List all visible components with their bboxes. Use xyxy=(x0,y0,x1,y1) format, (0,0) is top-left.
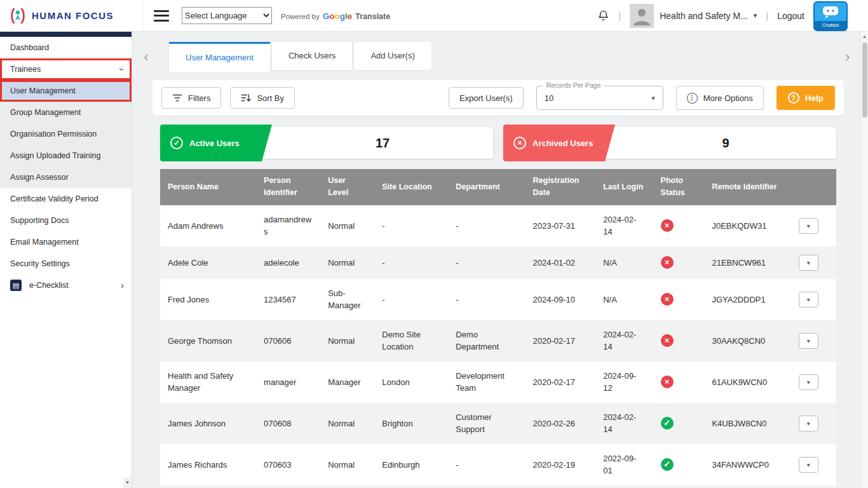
table-row: James Smith070607Sub-ManagerBrightonCust… xyxy=(160,485,836,488)
row-actions-button[interactable]: ▾ xyxy=(799,333,818,349)
person-name-cell: Fred Jones xyxy=(160,279,256,320)
sidebar-item-organisation-permission[interactable]: Organisation Permission xyxy=(0,123,132,145)
sidebar-item-e-checklist[interactable]: ▤e-Checklist› xyxy=(0,274,132,296)
registration-date-cell: 2023-07-31 xyxy=(526,205,596,247)
row-actions-cell: ▾ xyxy=(791,403,836,444)
sidebar-item-label: Dashboard xyxy=(10,43,49,52)
department-cell: Customer Support xyxy=(448,485,525,488)
remote-identifier-cell: 34FANWWCP0 xyxy=(704,444,790,485)
sort-icon xyxy=(241,93,251,102)
column-header-department: Department xyxy=(448,169,525,205)
photo-status-active-icon: ✓ xyxy=(661,417,674,430)
sidebar-item-group-management[interactable]: Group Management xyxy=(0,102,132,123)
google-translate-attribution: Powered by Google Translate xyxy=(281,10,390,22)
chevron-down-icon: ▾ xyxy=(754,11,757,20)
sidebar-item-label: Supporting Docs xyxy=(10,216,69,225)
row-actions-button[interactable]: ▾ xyxy=(799,457,818,473)
row-actions-button[interactable]: ▾ xyxy=(799,218,818,234)
tabs-scroll-right-icon[interactable]: › xyxy=(839,49,857,65)
sidebar-sub-menu: DashboardTrainees›User ManagementGroup M… xyxy=(0,37,132,296)
department-cell: - xyxy=(448,247,525,279)
notifications-bell-icon[interactable] xyxy=(597,9,609,22)
photo-status-cell: × xyxy=(653,247,705,279)
help-button[interactable]: ? Help xyxy=(776,86,835,110)
site-location-cell: - xyxy=(374,247,448,279)
tab-add-user-s[interactable]: Add User(s) xyxy=(354,42,431,70)
last-login-cell: 2022-09-06 xyxy=(595,485,653,488)
remote-identifier-cell: 30AAKQ8CN0 xyxy=(704,320,790,362)
last-login-cell: 2024-02-14 xyxy=(595,403,653,444)
sidebar-item-certificate-validity-period[interactable]: Certificate Validity Period xyxy=(0,188,132,210)
table-header-row: Person NamePerson IdentifierUser LevelSi… xyxy=(160,169,836,205)
brand-logo[interactable]: HUMAN FOCUS xyxy=(0,0,144,31)
photo-status-cell: × xyxy=(653,320,705,362)
table-row: Adam AndrewsadamandrewsNormal--2023-07-3… xyxy=(160,205,836,247)
tabs-scroll-left-icon[interactable]: ‹ xyxy=(137,49,155,65)
user-level-cell: Manager xyxy=(320,362,374,403)
sidebar-item-label: User Management xyxy=(10,86,76,95)
archived-users-label: Archived Users xyxy=(532,139,593,148)
export-users-button[interactable]: Export User(s) xyxy=(449,87,524,109)
remote-identifier-cell: J0EBKQDW31 xyxy=(704,205,790,247)
row-actions-button[interactable]: ▾ xyxy=(799,374,818,390)
tab-user-management[interactable]: User Management xyxy=(169,42,270,72)
records-per-page-value: 10 xyxy=(545,93,553,103)
logout-button[interactable]: Logout xyxy=(777,11,804,21)
department-cell: - xyxy=(448,444,525,485)
sidebar: ⌂Home◉My Dashboard☻e-Learning☻My Results… xyxy=(0,32,132,488)
active-users-label: Active Users xyxy=(189,139,240,148)
photo-status-cell: × xyxy=(653,205,705,247)
sidebar-main-menu: ⌂Home◉My Dashboard☻e-Learning☻My Results… xyxy=(0,32,132,37)
active-users-count: 17 xyxy=(272,127,493,159)
site-location-cell: - xyxy=(374,205,448,247)
e-checklist-icon: ▤ xyxy=(10,280,22,291)
x-circle-icon: × xyxy=(513,137,526,149)
sidebar-item-label: Organisation Permission xyxy=(10,130,97,139)
sidebar-item-assign-uploaded-training[interactable]: Assign Uploaded Training xyxy=(0,145,132,166)
sidebar-item-assign-assessor[interactable]: Assign Assessor xyxy=(0,166,132,188)
sidebar-item-dashboard[interactable]: Dashboard xyxy=(0,37,132,58)
filters-button[interactable]: Filters xyxy=(161,87,221,109)
language-select[interactable]: Select Language xyxy=(182,7,272,24)
records-per-page-select[interactable]: Records Per Page 10 ▾ xyxy=(536,86,663,110)
more-options-button[interactable]: ⋮ More Options xyxy=(676,86,764,110)
sidebar-item-user-management[interactable]: User Management xyxy=(0,80,132,102)
more-options-icon: ⋮ xyxy=(687,93,698,104)
chat-icon xyxy=(822,3,839,21)
registration-date-cell: 2020-02-17 xyxy=(526,362,596,403)
site-location-cell: Brighton xyxy=(374,403,448,444)
chevron-down-icon: ▾ xyxy=(651,94,655,102)
row-actions-button[interactable]: ▾ xyxy=(799,255,818,271)
registration-date-cell: 2020-02-26 xyxy=(526,403,596,444)
row-actions-cell: ▾ xyxy=(791,279,836,320)
site-location-cell: Brighton xyxy=(374,485,448,488)
scroll-up-icon[interactable]: ▲ xyxy=(861,32,868,41)
active-users-card[interactable]: ✓ Active Users 17 xyxy=(160,127,493,159)
sidebar-item-email-management[interactable]: Email Management xyxy=(0,231,132,253)
row-actions-button[interactable]: ▾ xyxy=(799,292,818,308)
page-scrollbar[interactable]: ▲ xyxy=(860,32,868,488)
account-name: Health and Safety M... xyxy=(660,11,748,21)
account-menu[interactable]: Health and Safety M... ▾ xyxy=(630,4,757,28)
site-location-cell: Demo Site Location xyxy=(374,320,448,362)
person-name-cell: James Richards xyxy=(160,444,256,485)
user-level-cell: Normal xyxy=(320,403,374,444)
translate-label: Translate xyxy=(355,12,390,21)
archived-users-card[interactable]: × Archived Users 9 xyxy=(503,127,836,159)
tab-check-users[interactable]: Check Users xyxy=(272,42,352,70)
sidebar-item-security-settings[interactable]: Security Settings xyxy=(0,253,132,274)
sidebar-item-supporting-docs[interactable]: Supporting Docs xyxy=(0,210,132,231)
sidebar-item-label: Assign Assessor xyxy=(10,173,69,182)
menu-toggle-icon[interactable] xyxy=(154,10,169,22)
chatbot-button[interactable]: Chatbot xyxy=(813,1,848,31)
column-header-person-name: Person Name xyxy=(160,169,256,205)
column-header-person-identifier: Person Identifier xyxy=(256,169,320,205)
sidebar-item-trainees[interactable]: Trainees› xyxy=(0,58,132,80)
person-name-cell: Adele Cole xyxy=(160,247,256,279)
row-actions-button[interactable]: ▾ xyxy=(799,416,818,431)
sort-by-button[interactable]: Sort By xyxy=(230,87,295,109)
sidebar-scroll-down-icon[interactable]: ▼ xyxy=(123,477,132,488)
user-level-cell: Normal xyxy=(320,444,374,485)
row-actions-cell: ▾ xyxy=(791,205,836,247)
scrollbar-thumb[interactable] xyxy=(862,43,867,118)
